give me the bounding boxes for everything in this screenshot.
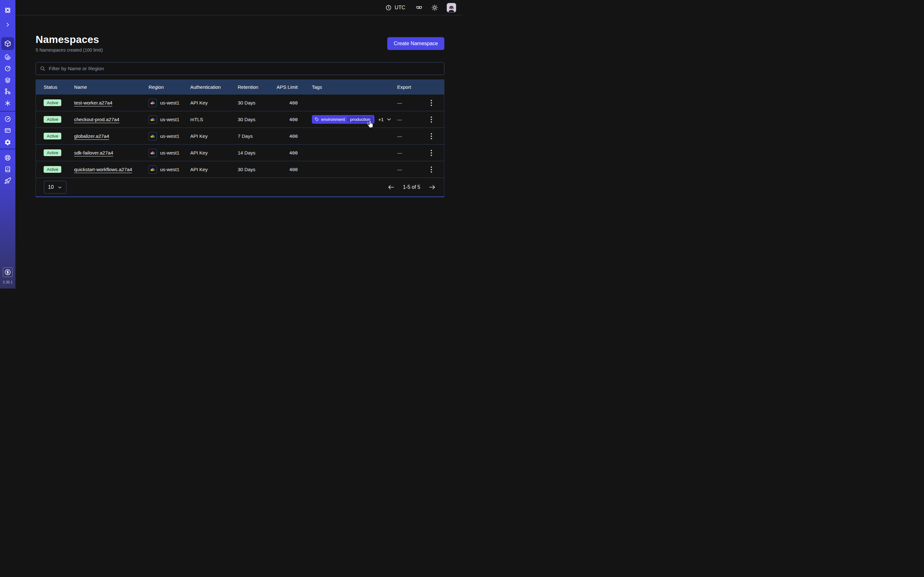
status-badge: Active [44, 116, 61, 123]
pricing-badge-dollar-icon [5, 269, 11, 276]
table-row: Active sdk-failover.a27a4 us-west1 API K… [36, 145, 444, 161]
status-badge: Active [44, 99, 61, 106]
row-menu-button[interactable] [428, 165, 435, 174]
table-footer: 10 1-5 of 5 [36, 178, 444, 197]
topbar: UTC [15, 0, 462, 15]
table-row: Active checkout-prod.a27a4 us-west1 mTLS… [36, 111, 444, 128]
namespace-link[interactable]: checkout-prod.a27a4 [74, 117, 120, 122]
col-tags: Tags [299, 84, 397, 90]
search-icon [40, 66, 45, 73]
namespace-link[interactable]: sdk-failover.a27a4 [74, 150, 113, 155]
auth-label: mTLS [190, 117, 238, 122]
clock-icon [385, 5, 392, 11]
sidebar-divider [0, 111, 15, 111]
region-label: us-west1 [160, 167, 179, 172]
auth-label: API Key [190, 150, 238, 155]
support-lifebuoy-icon [4, 154, 11, 161]
retention-label: 7 Days [238, 133, 275, 139]
gcp-icon [149, 115, 157, 124]
sidebar-item-settings[interactable] [3, 139, 12, 146]
glasses-icon [415, 4, 423, 11]
temporal-logo [1, 4, 14, 17]
row-menu-button[interactable] [428, 115, 435, 124]
namespace-link[interactable]: quickstart-workflows.a27a4 [74, 167, 132, 172]
namespaces-table: Status Name Region Authentication Retent… [36, 79, 444, 197]
table-row: Active globalizer.a27a4 us-west1 API Key… [36, 128, 444, 145]
app-window: 2.35.1 UTC [0, 0, 462, 288]
export-value: — [397, 100, 418, 105]
kebab-icon [431, 166, 432, 173]
page-title: Namespaces [36, 33, 103, 45]
timezone-label: UTC [395, 5, 405, 11]
region-label: us-west1 [160, 117, 179, 122]
col-retention: Retention [238, 84, 275, 90]
sidebar-item-nexus[interactable] [3, 99, 12, 107]
getting-started-rocket-icon [4, 177, 11, 184]
filter-bar [36, 62, 444, 75]
gcp-icon [149, 165, 157, 174]
sidebar-item-schedules[interactable] [3, 65, 12, 73]
sidebar-item-namespaces[interactable] [1, 37, 14, 50]
sidebar-item-deployments[interactable] [3, 76, 12, 84]
app-version: 2.35.1 [3, 280, 13, 284]
labs-toggle[interactable] [415, 4, 423, 11]
tag-icon [315, 117, 319, 121]
pricing-badge-button[interactable] [3, 268, 13, 277]
namespace-link[interactable]: test-worker.a27a4 [74, 100, 112, 105]
row-menu-button[interactable] [428, 132, 435, 141]
namespace-link[interactable]: globalizer.a27a4 [74, 133, 109, 139]
docs-book-icon [4, 166, 11, 173]
export-value: — [397, 150, 418, 155]
kebab-icon [431, 100, 432, 106]
next-page-button[interactable] [429, 184, 436, 190]
row-menu-button[interactable] [428, 148, 435, 157]
status-badge: Active [44, 133, 61, 139]
deployments-layers-icon [4, 77, 11, 84]
prev-page-button[interactable] [388, 184, 395, 190]
sidebar-item-getting-started[interactable] [3, 177, 12, 185]
user-avatar[interactable] [447, 3, 456, 13]
export-value: — [397, 133, 418, 139]
filter-input[interactable] [36, 62, 444, 75]
arrow-right-icon [429, 184, 436, 190]
sidebar-item-batch-operations[interactable] [3, 87, 12, 95]
status-badge: Active [44, 149, 61, 156]
sidebar: 2.35.1 [0, 0, 15, 288]
export-value: — [397, 117, 418, 122]
sidebar-item-docs[interactable] [3, 165, 12, 173]
region-label: us-west1 [160, 133, 179, 139]
aps-limit-value: 400 [275, 100, 299, 105]
auth-label: API Key [190, 133, 238, 139]
export-value: — [397, 167, 418, 172]
tag-chip[interactable]: environment production [312, 115, 375, 124]
col-authentication: Authentication [190, 84, 238, 90]
namespaces-cube-icon [4, 40, 11, 47]
status-badge: Active [44, 166, 61, 173]
col-status: Status [44, 84, 74, 90]
usage-gauge-icon [4, 115, 11, 122]
schedules-timer-icon [4, 65, 11, 72]
tags-expand-button[interactable] [386, 117, 392, 122]
arrow-left-icon [388, 184, 395, 190]
pagination: 1-5 of 5 [388, 184, 436, 190]
create-namespace-button[interactable]: Create Namespace [387, 37, 444, 50]
expand-chevron-icon[interactable] [3, 21, 12, 29]
kebab-icon [431, 116, 432, 123]
col-aps-limit: APS Limit [275, 84, 299, 90]
theme-toggle[interactable] [431, 4, 438, 11]
timezone-selector[interactable]: UTC [383, 4, 407, 11]
row-menu-button[interactable] [428, 98, 435, 107]
sidebar-item-workflows[interactable] [3, 53, 12, 61]
retention-label: 30 Days [238, 117, 275, 122]
region-label: us-west1 [160, 100, 179, 105]
page-size-select[interactable]: 10 [44, 181, 66, 193]
gcp-icon [149, 99, 157, 107]
page-size-value: 10 [48, 184, 54, 190]
tag-value: production [347, 116, 373, 122]
region-label: us-west1 [160, 150, 179, 155]
retention-label: 14 Days [238, 150, 275, 155]
sidebar-item-support[interactable] [3, 154, 12, 161]
sidebar-item-usage[interactable] [3, 115, 12, 123]
col-name: Name [74, 84, 149, 90]
sidebar-item-billing[interactable] [3, 127, 12, 134]
